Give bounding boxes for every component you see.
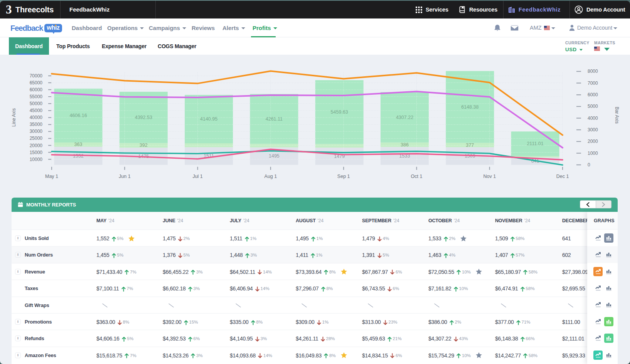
svg-text:Sep 1: Sep 1 — [337, 174, 350, 179]
svg-text:Nov 1: Nov 1 — [483, 174, 496, 179]
svg-text:0: 0 — [588, 162, 590, 168]
svg-text:8000: 8000 — [588, 69, 598, 74]
svg-text:1495: 1495 — [269, 153, 280, 159]
svg-text:6000: 6000 — [588, 92, 598, 97]
svg-text:40000: 40000 — [30, 115, 43, 120]
svg-text:377: 377 — [466, 143, 474, 148]
svg-text:363: 363 — [74, 142, 83, 147]
svg-text:392: 392 — [140, 143, 148, 148]
svg-text:3000: 3000 — [588, 127, 598, 133]
svg-text:4000: 4000 — [588, 116, 598, 121]
svg-text:30000: 30000 — [30, 129, 43, 134]
svg-text:Bar Axis: Bar Axis — [614, 107, 620, 124]
svg-text:Aug 1: Aug 1 — [264, 174, 277, 179]
svg-text:25000: 25000 — [30, 136, 43, 141]
svg-text:5000: 5000 — [588, 104, 598, 109]
svg-text:35000: 35000 — [30, 122, 43, 127]
svg-text:4392.53: 4392.53 — [135, 115, 152, 120]
svg-text:Jun 1: Jun 1 — [119, 174, 131, 179]
svg-text:2000: 2000 — [588, 139, 598, 144]
svg-text:May 1: May 1 — [45, 174, 58, 179]
svg-text:45000: 45000 — [30, 108, 43, 113]
svg-text:50000: 50000 — [30, 101, 43, 106]
svg-text:5459.63: 5459.63 — [331, 109, 348, 115]
svg-text:20000: 20000 — [30, 143, 43, 148]
svg-text:1000: 1000 — [588, 151, 598, 156]
svg-text:10000: 10000 — [30, 157, 43, 162]
svg-text:Dec 1: Dec 1 — [556, 174, 569, 179]
svg-text:70000: 70000 — [30, 73, 43, 79]
svg-text:4606.16: 4606.16 — [69, 113, 87, 118]
svg-text:4307.22: 4307.22 — [396, 115, 413, 120]
svg-text:4140.95: 4140.95 — [200, 116, 217, 122]
svg-text:Jul 1: Jul 1 — [192, 174, 202, 179]
svg-text:6148.38: 6148.38 — [461, 104, 478, 110]
svg-text:386: 386 — [401, 142, 409, 148]
svg-text:65000: 65000 — [30, 80, 43, 86]
svg-text:Oct 1: Oct 1 — [411, 174, 423, 179]
svg-text:60000: 60000 — [30, 87, 43, 92]
svg-text:7000: 7000 — [588, 81, 598, 86]
svg-text:2111.01: 2111.01 — [527, 141, 543, 146]
svg-text:Line Axis: Line Axis — [11, 108, 17, 127]
svg-text:55000: 55000 — [30, 94, 43, 99]
svg-text:4261.11: 4261.11 — [266, 116, 283, 122]
svg-text:15000: 15000 — [30, 150, 43, 155]
